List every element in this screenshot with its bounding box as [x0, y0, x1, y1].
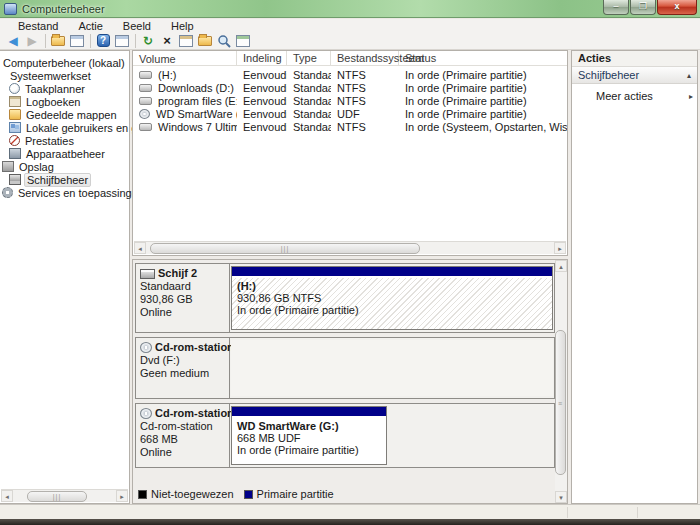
volume-layout: Eenvoudig	[237, 95, 287, 107]
scroll-down-arrow[interactable]: ▾	[555, 491, 567, 503]
scroll-right-arrow[interactable]: ▸	[554, 242, 566, 254]
more-actions-label: Meer acties	[596, 90, 653, 102]
drive-icon	[139, 97, 152, 105]
properties-button[interactable]	[177, 33, 195, 49]
column-header-volume[interactable]: Volume	[133, 51, 237, 65]
disk-label-cdrom4[interactable]: Cd-rom-station 4 Cd-rom-station 668 MB O…	[136, 404, 230, 467]
back-button[interactable]: ◀	[4, 33, 22, 49]
help-icon: ?	[97, 34, 110, 47]
volume-list-panel: Volume Indeling Type Bestandssysteem Sta…	[132, 50, 568, 256]
show-action-pane-button[interactable]	[113, 33, 131, 49]
column-header-type[interactable]: Type	[287, 51, 331, 65]
delete-icon: ×	[163, 33, 171, 48]
sidebar-item-apparaatbeheer[interactable]: Apparaatbeheer	[9, 147, 107, 160]
disk-row-cdrom4[interactable]: Cd-rom-station 4 Cd-rom-station 668 MB O…	[135, 403, 555, 468]
sidebar-item-gedeelde-mappen[interactable]: Gedeelde mappen	[9, 108, 119, 121]
partition-status: In orde (Primaire partitie)	[237, 304, 547, 316]
volume-name: Downloads (D:)	[158, 82, 234, 94]
disk-row-cdrom0[interactable]: Cd-rom-station 0 Dvd (F:) Geen medium	[135, 337, 555, 399]
partition-color-bar	[232, 407, 386, 416]
volume-layout: Eenvoudig	[237, 69, 287, 81]
window-titlebar[interactable]: Computerbeheer – ❐ x	[0, 0, 700, 18]
new-window-icon	[236, 35, 250, 47]
disk-label-cdrom0[interactable]: Cd-rom-station 0 Dvd (F:) Geen medium	[136, 338, 230, 398]
scroll-right-arrow[interactable]: ▸	[116, 490, 128, 502]
sidebar-item-schijfbeheer[interactable]: Schijfbeheer	[9, 173, 91, 186]
new-window-button[interactable]	[234, 33, 252, 49]
disk-management-icon	[9, 174, 21, 185]
volume-list-horizontal-scrollbar[interactable]: ◂ ||| ▸	[134, 241, 566, 254]
delete-button[interactable]: ×	[158, 33, 176, 49]
sidebar-horizontal-scrollbar[interactable]: ◂ ||| ▸	[1, 489, 128, 502]
menu-bestand[interactable]: Bestand	[8, 20, 68, 32]
status-bar	[0, 504, 700, 519]
actions-section-schijfbeheer[interactable]: Schijfbeheer ▴	[572, 67, 697, 84]
volume-row-e[interactable]: program files (E:) Eenvoudig Standaard N…	[133, 94, 567, 107]
find-button[interactable]	[215, 33, 233, 49]
console-window-button[interactable]	[68, 33, 86, 49]
open-button[interactable]	[196, 33, 214, 49]
scroll-left-arrow[interactable]: ◂	[134, 242, 146, 254]
collapse-arrow-icon[interactable]: ▴	[687, 71, 691, 80]
column-header-bestandssysteem[interactable]: Bestandssysteem	[331, 51, 399, 65]
menu-actie[interactable]: Actie	[68, 20, 112, 32]
minimize-button[interactable]: –	[603, 0, 629, 15]
column-header-indeling[interactable]: Indeling	[237, 51, 287, 65]
sidebar-item-services[interactable]: Services en toepassingen	[2, 186, 146, 199]
close-button[interactable]: x	[657, 0, 697, 15]
disk-graphical-panel: Schijf 2 Standaard 930,86 GB Online (H:)…	[132, 259, 568, 504]
column-header-status[interactable]: Status	[399, 51, 567, 65]
refresh-button[interactable]: ↻	[139, 33, 157, 49]
partition-g[interactable]: WD SmartWare (G:) 668 MB UDF In orde (Pr…	[231, 406, 387, 465]
legend-color-primary	[244, 490, 253, 499]
sidebar-item-taakplanner[interactable]: Taakplanner	[9, 82, 87, 95]
event-log-icon	[9, 96, 21, 107]
volume-name: (H:)	[158, 69, 176, 81]
actions-more-acties[interactable]: Meer acties ▸	[572, 88, 697, 104]
disk-row-schijf2[interactable]: Schijf 2 Standaard 930,86 GB Online (H:)…	[135, 263, 555, 333]
menu-help[interactable]: Help	[161, 20, 204, 32]
sidebar-item-prestaties[interactable]: Prestaties	[9, 134, 76, 147]
submenu-arrow-icon: ▸	[689, 92, 693, 101]
sidebar-item-opslag[interactable]: Opslag	[2, 160, 56, 173]
toolbar-separator	[45, 34, 46, 48]
sidebar-item-logboeken[interactable]: Logboeken	[9, 95, 82, 108]
performance-icon	[9, 135, 20, 146]
volume-row-g[interactable]: WD SmartWare (G:) Eenvoudig Standaard UD…	[133, 107, 567, 120]
volume-layout: Eenvoudig	[237, 82, 287, 94]
magnifier-icon	[217, 34, 231, 48]
volume-type: Standaard	[287, 121, 331, 133]
disk-status: Online	[140, 306, 225, 319]
maximize-button[interactable]: ❐	[630, 0, 656, 15]
cd-drive-icon	[140, 408, 152, 419]
volume-name: WD SmartWare (G:)	[156, 108, 237, 120]
sidebar-item-systeemwerkset[interactable]: Systeemwerkset	[8, 69, 93, 82]
volume-row-c[interactable]: Windows 7 Ultimate (C:) Eenvoudig Standa…	[133, 120, 567, 133]
volume-row-d[interactable]: Downloads (D:) Eenvoudig Standaard NTFS …	[133, 81, 567, 94]
volume-type: Standaard	[287, 82, 331, 94]
toolbar-separator	[90, 34, 91, 48]
scroll-left-arrow[interactable]: ◂	[1, 490, 13, 502]
partition-title: (H:)	[237, 280, 547, 292]
legend-unallocated: Niet-toegewezen	[138, 488, 234, 500]
console-tree-panel: Computerbeheer (lokaal) Systeemwerkset T…	[0, 50, 130, 504]
volume-status: In orde (Primaire partitie)	[399, 69, 567, 81]
disk-pane-vertical-scrollbar[interactable]: ▴ ≡ ▾	[555, 260, 567, 503]
drive-icon	[139, 123, 152, 131]
help-button[interactable]: ?	[94, 33, 112, 49]
sidebar-item-label: Systeemwerkset	[8, 70, 93, 82]
volume-row-h[interactable]: (H:) Eenvoudig Standaard NTFS In orde (P…	[133, 68, 567, 81]
partition-h[interactable]: (H:) 930,86 GB NTFS In orde (Primaire pa…	[231, 266, 553, 330]
window-icon	[70, 35, 84, 47]
disk-status: Geen medium	[140, 367, 225, 380]
sidebar-item-computerbeheer[interactable]: Computerbeheer (lokaal)	[1, 56, 127, 69]
disk-label-schijf2[interactable]: Schijf 2 Standaard 930,86 GB Online	[136, 264, 230, 332]
partition-legend: Niet-toegewezen Primaire partitie	[138, 488, 344, 500]
toolbar-separator	[135, 34, 136, 48]
menu-beeld[interactable]: Beeld	[113, 20, 161, 32]
scroll-up-arrow[interactable]: ▴	[555, 260, 567, 272]
forward-button[interactable]: ▶	[23, 33, 41, 49]
show-console-tree-button[interactable]	[49, 33, 67, 49]
services-gear-icon	[2, 187, 13, 198]
disk-type: Standaard	[140, 280, 225, 293]
